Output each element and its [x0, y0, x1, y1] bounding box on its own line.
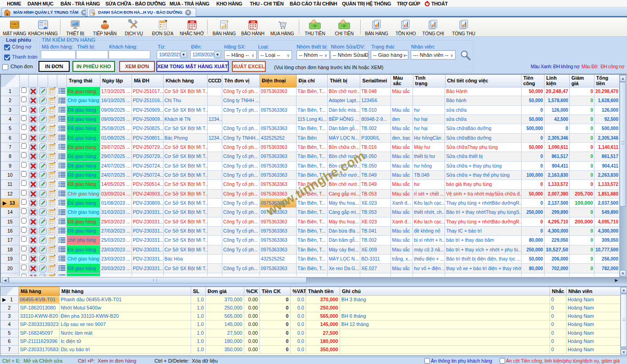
svg-text:JAN: JAN — [251, 21, 254, 23]
svg-text:JAN: JAN — [190, 21, 193, 23]
